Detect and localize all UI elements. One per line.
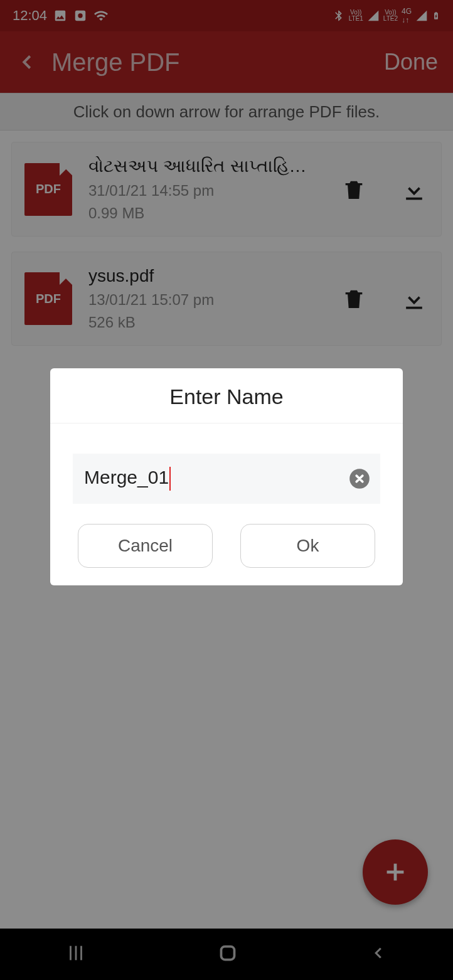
dialog-title: Enter Name <box>50 368 403 423</box>
cancel-button[interactable]: Cancel <box>78 524 213 568</box>
name-input-wrap[interactable]: Merge_01 <box>73 454 380 504</box>
name-input[interactable]: Merge_01 <box>84 467 348 491</box>
text-cursor <box>169 467 171 491</box>
close-circle-icon <box>348 467 371 491</box>
enter-name-dialog: Enter Name Merge_01 Cancel Ok <box>50 368 403 585</box>
clear-input-button[interactable] <box>348 467 371 491</box>
ok-button[interactable]: Ok <box>240 524 375 568</box>
